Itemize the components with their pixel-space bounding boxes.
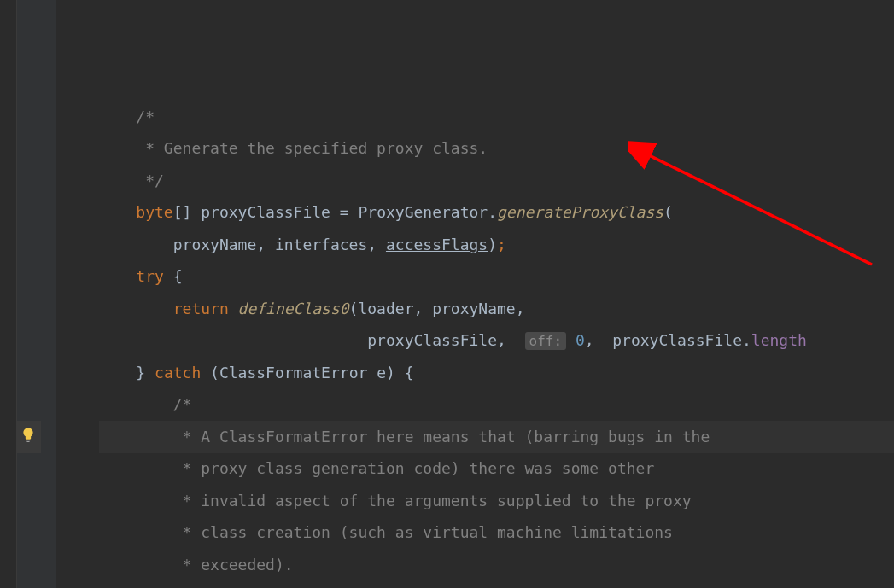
lightbulb-icon[interactable] bbox=[20, 427, 36, 442]
code-keyword: return bbox=[173, 300, 238, 317]
code-editor[interactable]: /* * Generate the specified proxy class.… bbox=[0, 0, 894, 588]
code-content[interactable]: /* * Generate the specified proxy class.… bbox=[99, 101, 894, 589]
code-method: defineClass0 bbox=[238, 300, 349, 317]
svg-rect-1 bbox=[26, 441, 29, 442]
code-semicolon: ; bbox=[497, 236, 506, 253]
code-field: length bbox=[751, 331, 807, 349]
code-text: (ClassFormatError e) { bbox=[201, 364, 413, 381]
code-text: [] proxyClassFile = ProxyGenerator. bbox=[173, 203, 497, 221]
code-identifier: accessFlags bbox=[386, 236, 488, 253]
gutter-icons bbox=[17, 0, 41, 588]
code-comment: * exceeded). bbox=[173, 556, 294, 573]
code-paren: ( bbox=[663, 203, 673, 221]
code-comment: * A ClassFormatError here means that (ba… bbox=[173, 428, 710, 445]
code-text-area[interactable]: /* * Generate the specified proxy class.… bbox=[99, 0, 894, 588]
code-keyword: byte bbox=[136, 203, 172, 221]
code-text: proxyName, interfaces, bbox=[173, 236, 386, 253]
code-comment: * Generate the specified proxy class. bbox=[136, 139, 488, 157]
code-brace: { bbox=[164, 267, 183, 285]
gutter-change-marker bbox=[0, 0, 17, 588]
gutter-margin bbox=[56, 0, 99, 588]
svg-rect-0 bbox=[26, 440, 31, 440]
code-comment: */ bbox=[136, 172, 164, 189]
code-number: 0 bbox=[566, 331, 585, 349]
code-comment: /* bbox=[136, 108, 155, 125]
code-method: generateProxyClass bbox=[497, 203, 663, 221]
code-paren: ) bbox=[488, 236, 497, 253]
gutter-folding[interactable] bbox=[41, 0, 56, 588]
code-text: , proxyClassFile. bbox=[585, 331, 751, 349]
code-comment: * class creation (such as virtual machin… bbox=[173, 523, 673, 541]
code-keyword: try bbox=[136, 267, 164, 285]
code-keyword: catch bbox=[155, 364, 201, 381]
code-comment: * invalid aspect of the arguments suppli… bbox=[173, 492, 692, 509]
code-brace: } bbox=[136, 364, 155, 381]
code-comment: * proxy class generation code) there was… bbox=[173, 459, 655, 477]
code-text: proxyClassFile, bbox=[367, 331, 515, 349]
code-text: (loader, proxyName, bbox=[349, 300, 525, 317]
code-comment: /* bbox=[173, 395, 192, 413]
inlay-hint: off: bbox=[525, 332, 567, 350]
